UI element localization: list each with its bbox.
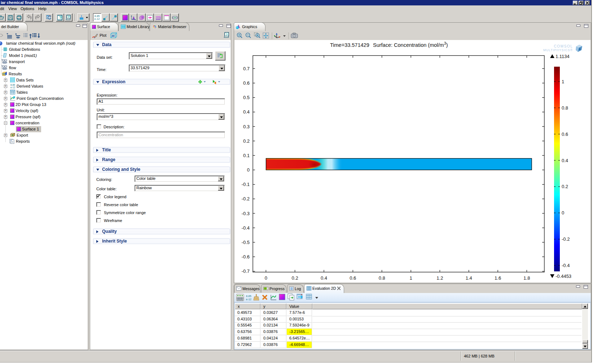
svg-text:-0.2: -0.2 bbox=[242, 196, 250, 201]
svg-text:MULTIPHYSICS®: MULTIPHYSICS® bbox=[543, 48, 573, 52]
svg-text:1.2: 1.2 bbox=[436, 275, 443, 281]
svg-text:0.1: 0.1 bbox=[243, 153, 250, 158]
svg-text:e-12: e-12 bbox=[94, 17, 100, 21]
svg-text:1.8: 1.8 bbox=[523, 275, 530, 281]
svg-text:0.4: 0.4 bbox=[321, 275, 327, 281]
svg-text:8.85: 8.85 bbox=[246, 294, 251, 298]
svg-text:e-12: e-12 bbox=[10, 86, 15, 89]
svg-text:?: ? bbox=[67, 15, 70, 19]
svg-text:-0.4: -0.4 bbox=[562, 263, 570, 268]
svg-text:0.7: 0.7 bbox=[243, 66, 250, 71]
svg-text:0: 0 bbox=[562, 210, 564, 216]
svg-text:-0.7: -0.7 bbox=[242, 268, 250, 274]
svg-text:1: 1 bbox=[409, 275, 412, 281]
svg-text:-0.6: -0.6 bbox=[242, 254, 250, 259]
svg-text:8.85: 8.85 bbox=[10, 84, 15, 86]
svg-text:e-12: e-12 bbox=[246, 298, 251, 301]
svg-text:0.6: 0.6 bbox=[350, 275, 356, 281]
svg-text:1.4: 1.4 bbox=[466, 275, 472, 281]
svg-text:1.1134: 1.1134 bbox=[556, 54, 570, 59]
svg-text:Surface: Concentration (mol/m3: Surface: Concentration (mol/m3) bbox=[373, 41, 448, 48]
svg-text:0.2: 0.2 bbox=[243, 138, 250, 144]
svg-text:-0.2: -0.2 bbox=[562, 236, 570, 242]
svg-text:0.8: 0.8 bbox=[379, 275, 385, 281]
svg-text:0.2: 0.2 bbox=[562, 184, 568, 189]
svg-text:-0.4453: -0.4453 bbox=[556, 274, 571, 279]
svg-text:-0.3: -0.3 bbox=[242, 211, 250, 216]
svg-text:-0.1: -0.1 bbox=[242, 182, 250, 187]
svg-text:1.6: 1.6 bbox=[495, 275, 501, 281]
svg-text:COMSOL: COMSOL bbox=[554, 44, 573, 48]
svg-text:0.6: 0.6 bbox=[243, 80, 250, 86]
svg-text:0.5: 0.5 bbox=[243, 95, 250, 100]
svg-text:Time=33.571429: Time=33.571429 bbox=[330, 42, 369, 48]
svg-text:1: 1 bbox=[562, 79, 564, 84]
svg-text:?: ? bbox=[226, 33, 228, 36]
svg-text:0.2: 0.2 bbox=[292, 275, 298, 281]
svg-text:-0.5: -0.5 bbox=[242, 240, 250, 245]
svg-text:0.4: 0.4 bbox=[562, 158, 568, 163]
svg-text:-0.4: -0.4 bbox=[242, 225, 250, 231]
svg-text:0.3: 0.3 bbox=[243, 124, 250, 129]
svg-text:0.6: 0.6 bbox=[562, 132, 568, 137]
svg-text:0: 0 bbox=[247, 167, 250, 173]
svg-text:0: 0 bbox=[265, 275, 267, 281]
svg-text:0.4: 0.4 bbox=[243, 109, 250, 115]
svg-text:?: ? bbox=[59, 15, 62, 20]
svg-text:0.8: 0.8 bbox=[562, 105, 568, 111]
